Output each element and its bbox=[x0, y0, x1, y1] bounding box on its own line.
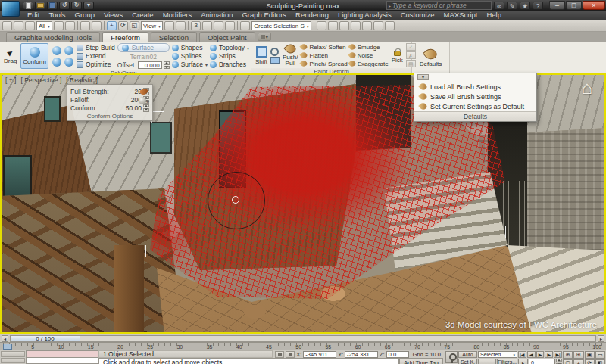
menu-item[interactable]: Graph Editors bbox=[237, 11, 291, 20]
track-bar-handle[interactable] bbox=[3, 344, 12, 350]
offset-spinner[interactable] bbox=[164, 61, 170, 69]
zoom-all-icon[interactable]: ⊞ bbox=[573, 351, 583, 359]
pick-button[interactable]: Pick bbox=[390, 43, 405, 67]
listener-macro-line[interactable] bbox=[26, 350, 98, 358]
favorites-icon[interactable]: ★ bbox=[520, 2, 530, 10]
current-frame-field[interactable]: 0 bbox=[529, 359, 555, 364]
defaults-menu-item[interactable]: Load All Brush Settings bbox=[414, 82, 536, 92]
polydraw-tool-button[interactable]: Extend bbox=[77, 52, 115, 60]
y-coordinate-field[interactable]: -254.381 bbox=[345, 351, 378, 358]
offset-field[interactable]: 0.000 bbox=[138, 61, 162, 69]
tab-selection[interactable]: Selection bbox=[151, 32, 197, 42]
paint-deform-brush-button[interactable]: Smudge bbox=[349, 43, 389, 51]
key-mode-dropdown[interactable]: Selected▾ bbox=[478, 351, 517, 358]
reference-coordinate-dropdown[interactable]: View▾ bbox=[141, 21, 163, 30]
maximize-viewport-icon[interactable]: ◧ bbox=[595, 359, 605, 364]
bind-to-space-warp-icon[interactable] bbox=[25, 21, 35, 30]
playback-button[interactable]: ▶ bbox=[536, 351, 545, 358]
menu-item[interactable]: Edit bbox=[23, 11, 44, 20]
pan-view-icon[interactable]: + bbox=[573, 359, 583, 364]
set-key-button[interactable]: Set K. bbox=[458, 359, 477, 364]
polydraw-tool-button[interactable]: Step Build bbox=[77, 44, 115, 51]
open-file-button[interactable] bbox=[35, 2, 45, 10]
conform-brush-xy-button[interactable] bbox=[51, 57, 62, 67]
new-scene-button[interactable] bbox=[23, 2, 33, 10]
menu-item[interactable]: Lighting Analysis bbox=[333, 11, 396, 20]
viewcube-home-icon[interactable]: ⌂ bbox=[582, 78, 593, 98]
conform-button[interactable]: Conform bbox=[20, 43, 48, 69]
angle-snap-icon[interactable] bbox=[202, 21, 212, 30]
defaults-menu-item[interactable]: Save All Brush Settings bbox=[414, 92, 536, 101]
zoom-extents-icon[interactable]: ▣ bbox=[585, 351, 595, 359]
polydraw-topology-button[interactable]: Topology ▾ bbox=[210, 44, 249, 51]
maxscript-mini-listener[interactable] bbox=[26, 350, 98, 364]
maximize-button[interactable]: □ bbox=[566, 1, 582, 10]
polydraw-shape-button[interactable]: Surface ▾ bbox=[172, 61, 208, 68]
zoom-region-icon[interactable]: ▢ bbox=[563, 359, 573, 364]
playback-button[interactable]: ▶ bbox=[545, 351, 553, 358]
viewport-general-menu[interactable]: [ + ] bbox=[5, 76, 16, 84]
window-crossing-icon[interactable] bbox=[92, 21, 102, 30]
conform-brush-xz-button[interactable] bbox=[51, 45, 62, 56]
polydraw-shape-button[interactable]: Splines bbox=[172, 52, 208, 60]
select-and-rotate-icon[interactable]: ⟳ bbox=[118, 21, 128, 30]
tab-graphite-modeling-tools[interactable]: Graphite Modeling Tools bbox=[6, 32, 100, 42]
layer-manager-icon[interactable] bbox=[339, 21, 349, 30]
select-and-link-icon[interactable] bbox=[2, 21, 12, 30]
defaults-button[interactable]: Defaults bbox=[418, 43, 443, 72]
mirror-icon[interactable] bbox=[317, 21, 326, 30]
playback-button[interactable]: ◀ bbox=[527, 351, 536, 358]
viewport-shading-menu[interactable]: [ Realistic ] bbox=[66, 76, 98, 84]
next-frame-arrow[interactable]: ▸ bbox=[598, 335, 604, 342]
selection-filter-dropdown[interactable]: All▾ bbox=[36, 21, 52, 30]
frame-spinner[interactable] bbox=[556, 359, 562, 364]
shift-button[interactable]: Shift bbox=[254, 43, 269, 67]
infocenter-search-input[interactable] bbox=[392, 2, 489, 9]
unlink-selection-icon[interactable] bbox=[14, 21, 23, 30]
playback-button[interactable]: |◀ bbox=[518, 351, 526, 358]
menu-item[interactable]: Animation bbox=[196, 11, 237, 20]
shift-rectangle-icon[interactable] bbox=[270, 57, 280, 64]
curve-editor-icon[interactable] bbox=[351, 21, 361, 30]
menu-item[interactable]: Group bbox=[70, 11, 99, 20]
save-file-button[interactable] bbox=[47, 2, 58, 10]
paint-deform-brush-button[interactable]: Flatten bbox=[301, 51, 347, 59]
material-editor-icon[interactable] bbox=[373, 21, 383, 30]
select-and-scale-icon[interactable]: ◱ bbox=[130, 21, 139, 30]
communication-center-icon[interactable]: ✎ bbox=[507, 2, 517, 10]
listener-script-line[interactable] bbox=[26, 358, 98, 364]
menu-item[interactable]: Modifiers bbox=[158, 11, 197, 20]
use-pivot-point-center-icon[interactable] bbox=[164, 21, 174, 30]
align-icon[interactable] bbox=[328, 21, 338, 30]
z-coordinate-field[interactable]: 0.0 bbox=[386, 351, 409, 358]
add-time-tag-button[interactable]: Add Time Tag bbox=[399, 358, 443, 364]
menu-item[interactable]: MAXScript bbox=[439, 11, 483, 20]
application-menu-button[interactable] bbox=[2, 1, 20, 17]
conform-brush-normal-button[interactable] bbox=[63, 57, 74, 67]
paint-deform-brush-button[interactable]: Pinch/ Spread bbox=[301, 60, 347, 67]
help-icon[interactable]: ? bbox=[533, 2, 543, 10]
time-slider-handle[interactable]: 0 / 100 bbox=[11, 336, 80, 341]
absolute-offset-toggle[interactable] bbox=[286, 351, 295, 358]
polydraw-tool-button[interactable]: Optimize bbox=[77, 61, 115, 68]
select-by-name-icon[interactable] bbox=[65, 21, 75, 30]
minimize-button[interactable]: – bbox=[549, 1, 565, 10]
orbit-icon[interactable]: ⟳ bbox=[585, 359, 595, 364]
paint-deform-brush-button[interactable]: Noise bbox=[349, 51, 389, 59]
x-coordinate-field[interactable]: -345.911 bbox=[303, 351, 336, 358]
polydraw-topology-button[interactable]: Branches bbox=[210, 61, 249, 68]
menu-item[interactable]: Help bbox=[482, 11, 506, 20]
menu-item[interactable]: Customize bbox=[396, 11, 439, 20]
conform-surface-button[interactable]: Surface bbox=[117, 43, 170, 52]
polydraw-topology-button[interactable]: Strips bbox=[210, 52, 249, 60]
menu-item[interactable]: Views bbox=[99, 11, 127, 20]
paint-deform-brush-button[interactable]: Exaggerate bbox=[349, 60, 389, 67]
named-selection-sets-dropdown[interactable]: Create Selection S▾ bbox=[251, 21, 311, 30]
edit-named-selection-sets-icon[interactable] bbox=[240, 21, 250, 30]
key-filters-button[interactable]: Filters... bbox=[497, 359, 517, 364]
menu-item[interactable]: Create bbox=[127, 11, 158, 20]
key-mode-toggle-button[interactable]: ▸ bbox=[518, 359, 528, 364]
value-spinner[interactable] bbox=[143, 104, 149, 112]
defaults-menu-item[interactable]: Set Current Settings as Default bbox=[414, 101, 536, 111]
paint-deform-brush-button[interactable]: Relax/ Soften bbox=[301, 43, 347, 51]
